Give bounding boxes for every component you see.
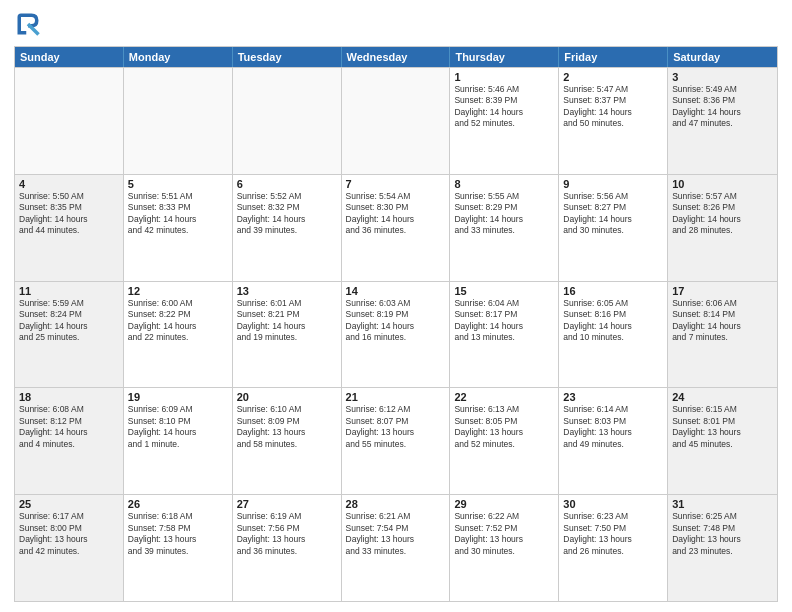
calendar-cell: 10Sunrise: 5:57 AM Sunset: 8:26 PM Dayli… [668,175,777,281]
day-info: Sunrise: 6:22 AM Sunset: 7:52 PM Dayligh… [454,511,554,557]
day-number: 10 [672,178,773,190]
day-number: 29 [454,498,554,510]
day-number: 3 [672,71,773,83]
day-number: 24 [672,391,773,403]
day-number: 6 [237,178,337,190]
calendar-header: SundayMondayTuesdayWednesdayThursdayFrid… [15,47,777,67]
weekday-header: Monday [124,47,233,67]
calendar-cell: 22Sunrise: 6:13 AM Sunset: 8:05 PM Dayli… [450,388,559,494]
calendar-cell: 9Sunrise: 5:56 AM Sunset: 8:27 PM Daylig… [559,175,668,281]
day-number: 15 [454,285,554,297]
header [14,10,778,38]
day-number: 12 [128,285,228,297]
calendar-cell: 28Sunrise: 6:21 AM Sunset: 7:54 PM Dayli… [342,495,451,601]
day-info: Sunrise: 6:23 AM Sunset: 7:50 PM Dayligh… [563,511,663,557]
calendar-cell: 15Sunrise: 6:04 AM Sunset: 8:17 PM Dayli… [450,282,559,388]
calendar-cell: 25Sunrise: 6:17 AM Sunset: 8:00 PM Dayli… [15,495,124,601]
calendar-cell: 17Sunrise: 6:06 AM Sunset: 8:14 PM Dayli… [668,282,777,388]
day-number: 22 [454,391,554,403]
calendar-cell: 11Sunrise: 5:59 AM Sunset: 8:24 PM Dayli… [15,282,124,388]
weekday-header: Friday [559,47,668,67]
day-info: Sunrise: 6:12 AM Sunset: 8:07 PM Dayligh… [346,404,446,450]
calendar-cell [342,68,451,174]
day-info: Sunrise: 6:04 AM Sunset: 8:17 PM Dayligh… [454,298,554,344]
day-info: Sunrise: 6:17 AM Sunset: 8:00 PM Dayligh… [19,511,119,557]
day-info: Sunrise: 6:15 AM Sunset: 8:01 PM Dayligh… [672,404,773,450]
day-info: Sunrise: 5:55 AM Sunset: 8:29 PM Dayligh… [454,191,554,237]
calendar-cell: 8Sunrise: 5:55 AM Sunset: 8:29 PM Daylig… [450,175,559,281]
calendar-cell: 3Sunrise: 5:49 AM Sunset: 8:36 PM Daylig… [668,68,777,174]
day-info: Sunrise: 5:50 AM Sunset: 8:35 PM Dayligh… [19,191,119,237]
day-number: 18 [19,391,119,403]
day-number: 5 [128,178,228,190]
day-number: 25 [19,498,119,510]
calendar-body: 1Sunrise: 5:46 AM Sunset: 8:39 PM Daylig… [15,67,777,601]
logo-icon [14,10,42,38]
calendar-row: 1Sunrise: 5:46 AM Sunset: 8:39 PM Daylig… [15,67,777,174]
day-number: 11 [19,285,119,297]
day-number: 4 [19,178,119,190]
day-number: 14 [346,285,446,297]
day-number: 31 [672,498,773,510]
day-number: 17 [672,285,773,297]
calendar-cell: 21Sunrise: 6:12 AM Sunset: 8:07 PM Dayli… [342,388,451,494]
calendar-cell [124,68,233,174]
calendar-cell: 18Sunrise: 6:08 AM Sunset: 8:12 PM Dayli… [15,388,124,494]
calendar-cell: 26Sunrise: 6:18 AM Sunset: 7:58 PM Dayli… [124,495,233,601]
day-info: Sunrise: 5:52 AM Sunset: 8:32 PM Dayligh… [237,191,337,237]
calendar-cell: 7Sunrise: 5:54 AM Sunset: 8:30 PM Daylig… [342,175,451,281]
calendar-cell: 5Sunrise: 5:51 AM Sunset: 8:33 PM Daylig… [124,175,233,281]
calendar-cell: 30Sunrise: 6:23 AM Sunset: 7:50 PM Dayli… [559,495,668,601]
day-info: Sunrise: 5:46 AM Sunset: 8:39 PM Dayligh… [454,84,554,130]
calendar-cell: 24Sunrise: 6:15 AM Sunset: 8:01 PM Dayli… [668,388,777,494]
day-info: Sunrise: 6:05 AM Sunset: 8:16 PM Dayligh… [563,298,663,344]
calendar-cell: 1Sunrise: 5:46 AM Sunset: 8:39 PM Daylig… [450,68,559,174]
calendar-cell: 6Sunrise: 5:52 AM Sunset: 8:32 PM Daylig… [233,175,342,281]
day-info: Sunrise: 6:00 AM Sunset: 8:22 PM Dayligh… [128,298,228,344]
day-number: 21 [346,391,446,403]
day-number: 2 [563,71,663,83]
day-number: 26 [128,498,228,510]
weekday-header: Tuesday [233,47,342,67]
day-number: 20 [237,391,337,403]
day-info: Sunrise: 5:57 AM Sunset: 8:26 PM Dayligh… [672,191,773,237]
day-number: 9 [563,178,663,190]
weekday-header: Thursday [450,47,559,67]
day-info: Sunrise: 6:18 AM Sunset: 7:58 PM Dayligh… [128,511,228,557]
day-number: 19 [128,391,228,403]
calendar: SundayMondayTuesdayWednesdayThursdayFrid… [14,46,778,602]
day-info: Sunrise: 6:03 AM Sunset: 8:19 PM Dayligh… [346,298,446,344]
day-info: Sunrise: 5:49 AM Sunset: 8:36 PM Dayligh… [672,84,773,130]
logo [14,10,46,38]
calendar-cell: 19Sunrise: 6:09 AM Sunset: 8:10 PM Dayli… [124,388,233,494]
day-info: Sunrise: 6:21 AM Sunset: 7:54 PM Dayligh… [346,511,446,557]
calendar-cell: 23Sunrise: 6:14 AM Sunset: 8:03 PM Dayli… [559,388,668,494]
day-number: 7 [346,178,446,190]
calendar-row: 11Sunrise: 5:59 AM Sunset: 8:24 PM Dayli… [15,281,777,388]
calendar-row: 25Sunrise: 6:17 AM Sunset: 8:00 PM Dayli… [15,494,777,601]
day-info: Sunrise: 5:51 AM Sunset: 8:33 PM Dayligh… [128,191,228,237]
day-info: Sunrise: 5:54 AM Sunset: 8:30 PM Dayligh… [346,191,446,237]
day-info: Sunrise: 6:06 AM Sunset: 8:14 PM Dayligh… [672,298,773,344]
calendar-cell: 2Sunrise: 5:47 AM Sunset: 8:37 PM Daylig… [559,68,668,174]
day-info: Sunrise: 6:19 AM Sunset: 7:56 PM Dayligh… [237,511,337,557]
day-info: Sunrise: 5:56 AM Sunset: 8:27 PM Dayligh… [563,191,663,237]
day-info: Sunrise: 5:47 AM Sunset: 8:37 PM Dayligh… [563,84,663,130]
day-info: Sunrise: 6:25 AM Sunset: 7:48 PM Dayligh… [672,511,773,557]
day-info: Sunrise: 6:14 AM Sunset: 8:03 PM Dayligh… [563,404,663,450]
day-info: Sunrise: 6:13 AM Sunset: 8:05 PM Dayligh… [454,404,554,450]
calendar-cell: 14Sunrise: 6:03 AM Sunset: 8:19 PM Dayli… [342,282,451,388]
calendar-cell: 31Sunrise: 6:25 AM Sunset: 7:48 PM Dayli… [668,495,777,601]
calendar-row: 4Sunrise: 5:50 AM Sunset: 8:35 PM Daylig… [15,174,777,281]
calendar-row: 18Sunrise: 6:08 AM Sunset: 8:12 PM Dayli… [15,387,777,494]
day-number: 16 [563,285,663,297]
page: SundayMondayTuesdayWednesdayThursdayFrid… [0,0,792,612]
day-number: 23 [563,391,663,403]
day-info: Sunrise: 6:09 AM Sunset: 8:10 PM Dayligh… [128,404,228,450]
weekday-header: Wednesday [342,47,451,67]
weekday-header: Saturday [668,47,777,67]
calendar-cell [233,68,342,174]
day-number: 8 [454,178,554,190]
day-number: 13 [237,285,337,297]
calendar-cell: 16Sunrise: 6:05 AM Sunset: 8:16 PM Dayli… [559,282,668,388]
